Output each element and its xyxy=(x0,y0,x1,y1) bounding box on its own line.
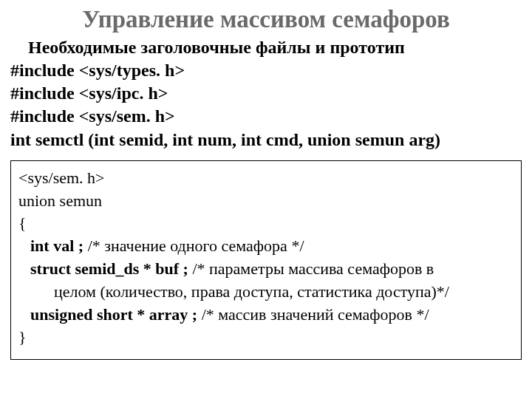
union-val-decl: int val ; xyxy=(30,236,83,255)
include-line-2: #include <sys/ipc. h> xyxy=(10,82,522,105)
union-arr-decl: unsigned short * array ; xyxy=(30,305,197,324)
union-decl: union semun xyxy=(18,190,514,213)
union-buf-line1: struct semid_ds * buf ; /* параметры мас… xyxy=(18,258,514,281)
include-line-1: #include <sys/types. h> xyxy=(10,59,522,82)
union-buf-comment2: целом (количество, права доступа, статис… xyxy=(18,281,514,304)
include-line-3: #include <sys/sem. h> xyxy=(10,105,522,128)
union-definition-box: <sys/sem. h> union semun { int val ; /* … xyxy=(10,160,522,360)
union-val-comment: /* значение одного семафора */ xyxy=(83,236,304,255)
prototype-line: int semctl (int semid, int num, int cmd,… xyxy=(10,129,522,151)
union-header: <sys/sem. h> xyxy=(18,167,514,190)
brace-open: { xyxy=(18,212,514,235)
union-val-line: int val ; /* значение одного семафора */ xyxy=(18,235,514,258)
union-arr-comment: /* массив значений семафоров */ xyxy=(197,305,429,324)
slide-title: Управление массивом семафоров xyxy=(10,6,522,33)
subtitle: Необходимые заголовочные файлы и прототи… xyxy=(10,38,522,58)
union-buf-decl: struct semid_ds * buf ; xyxy=(30,259,188,278)
union-buf-comment1: /* параметры массива семафоров в xyxy=(188,259,434,278)
brace-close: } xyxy=(18,326,514,349)
union-arr-line: unsigned short * array ; /* массив значе… xyxy=(18,304,514,327)
